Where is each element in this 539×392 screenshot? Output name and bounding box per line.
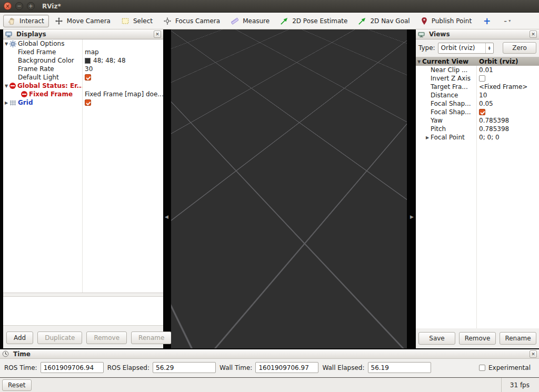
tree-row-current-view[interactable]: ▼ Current View Orbit (rviz) [416,57,539,66]
tree-row-invert-z[interactable]: Invert Z Axis [416,74,539,83]
color-swatch[interactable] [85,58,91,64]
tree-row-fixed-frame[interactable]: Fixed Frame map [3,48,163,56]
tree-row-yaw[interactable]: Yaw 0.785398 [416,116,539,125]
tree-row-fixed-frame-error[interactable]: Fixed Frame Fixed Frame [map] doe... [3,90,163,98]
ros-elapsed-input[interactable] [153,362,216,373]
view-type-row: Type: Orbit (rviz) ▲▼ Zero [416,39,539,56]
tree-row-frame-rate[interactable]: Frame Rate 30 [3,65,163,73]
tool-label: Move Camera [67,17,111,25]
time-panel-title: Time [13,350,31,358]
window-titlebar: × − + RViz* [0,0,539,13]
duplicate-display-button[interactable]: Duplicate [37,331,82,344]
collapse-right-dock-icon[interactable]: ▶ [410,215,414,219]
tool-focus-camera[interactable]: Focus Camera [159,15,225,27]
row-value[interactable]: 0.785398 [479,125,509,133]
spinner-arrows-icon[interactable]: ▲▼ [485,43,493,53]
expander-open-icon[interactable]: ▼ [416,59,422,64]
tool-measure[interactable]: Measure [226,15,274,27]
views-panel-header[interactable]: Views ✕ [416,29,539,39]
zero-button[interactable]: Zero [503,42,536,54]
remove-tool-button[interactable]: - ▾ [497,16,513,26]
tool-2d-pose-estimate[interactable]: 2D Pose Estimate [276,15,352,27]
tree-row-distance[interactable]: Distance 10 [416,91,539,99]
checkbox-checked[interactable] [85,99,91,106]
view-type-combobox[interactable]: Orbit (rviz) ▲▼ [438,43,494,54]
close-icon[interactable]: ✕ [154,31,161,38]
tool-publish-point[interactable]: Publish Point [416,15,476,27]
tool-select[interactable]: Select [117,15,157,27]
checkbox-unchecked[interactable] [479,75,485,82]
row-value[interactable]: 0; 0; 0 [479,134,500,141]
render-viewport[interactable] [171,29,407,348]
displays-panel-header[interactable]: Displays ✕ [3,29,163,39]
tool-2d-nav-goal[interactable]: 2D Nav Goal [354,15,414,27]
ros-time-label: ROS Time: [4,364,37,371]
window-minimize-button[interactable]: − [15,2,23,10]
row-value[interactable]: 48; 48; 48 [93,57,126,64]
row-value[interactable]: 0.01 [479,66,493,74]
status-bar: Reset 31 fps [0,377,539,392]
add-tool-button[interactable]: + [478,16,496,26]
remove-view-button[interactable]: Remove [459,332,496,345]
time-content: ROS Time: ROS Elapsed: Wall Time: Wall E… [0,359,539,376]
tree-row-default-light[interactable]: Default Light [3,73,163,82]
rename-view-button[interactable]: Rename [500,332,536,345]
tool-move-camera[interactable]: Move Camera [51,15,115,27]
fps-counter: 31 fps [501,378,537,392]
row-value[interactable]: 10 [479,92,487,99]
tree-row-focal-point[interactable]: ▶ Focal Point 0; 0; 0 [416,133,539,142]
experimental-toggle[interactable]: Experimental [479,364,535,371]
tree-row-focal-shape-fixed[interactable]: Focal Shap... [416,108,539,116]
save-view-button[interactable]: Save [418,332,455,345]
ros-time-field: ROS Time: [4,362,104,373]
tree-row-target-frame[interactable]: Target Fra... <Fixed Frame> [416,83,539,91]
window-close-button[interactable]: × [4,2,12,10]
close-icon[interactable]: ✕ [530,31,537,38]
tree-row-global-status[interactable]: ▼ Global Status: Er... [3,82,163,90]
checkbox-checked[interactable] [85,74,91,81]
displays-panel-title: Displays [16,31,46,38]
tool-interact[interactable]: Interact [3,15,49,27]
wall-elapsed-input[interactable] [368,362,431,373]
close-icon[interactable]: ✕ [530,350,537,358]
type-label: Type: [418,44,435,52]
row-label: Fixed Frame [18,48,56,56]
expander-closed-icon[interactable]: ▶ [424,135,431,140]
wall-elapsed-field: Wall Elapsed: [322,362,431,373]
checkbox-unchecked[interactable] [479,365,485,371]
tree-row-pitch[interactable]: Pitch 0.785398 [416,125,539,133]
tree-row-focal-shape-size[interactable]: Focal Shap... 0.05 [416,99,539,108]
row-label: Global Status: Er... [17,82,82,89]
rename-display-button[interactable]: Rename [131,331,172,344]
tree-row-background-color[interactable]: Background Color 48; 48; 48 [3,56,163,65]
tree-row-grid[interactable]: ▶ Grid [3,98,163,107]
wall-time-input[interactable] [255,362,318,373]
viewport-perspective [171,29,407,348]
row-value[interactable]: 0.05 [479,100,493,107]
main-area: Displays ✕ ▼ Global Options Fixed Frame … [0,29,539,348]
move-icon [55,17,63,25]
row-value[interactable]: 30 [85,65,93,73]
window-maximize-button[interactable]: + [27,2,35,10]
wall-time-field: Wall Time: [219,362,318,373]
add-display-button[interactable]: Add [6,331,33,344]
collapse-left-dock-icon[interactable]: ◀ [165,215,168,219]
checkbox-checked[interactable] [479,109,485,115]
toolbar: Interact Move Camera Select Focus Camera… [0,13,539,29]
row-value[interactable]: map [85,48,99,56]
row-label: Global Options [18,40,64,47]
row-label: Focal Shap... [431,100,471,107]
wall-time-label: Wall Time: [219,364,252,371]
remove-display-button[interactable]: Remove [86,331,127,344]
reset-button[interactable]: Reset [2,379,32,391]
pin-icon [421,17,427,25]
row-value[interactable]: <Fixed Frame> [479,83,527,91]
tree-row-global-options[interactable]: ▼ Global Options [3,39,163,48]
row-value[interactable]: 0.785398 [479,117,509,124]
expander-open-icon[interactable]: ▼ [3,84,9,88]
ros-time-input[interactable] [41,362,104,373]
expander-open-icon[interactable]: ▼ [3,42,9,46]
expander-closed-icon[interactable]: ▶ [3,100,9,105]
tree-row-near-clip[interactable]: Near Clip ... 0.01 [416,66,539,74]
time-panel-header[interactable]: Time ✕ [0,349,539,359]
